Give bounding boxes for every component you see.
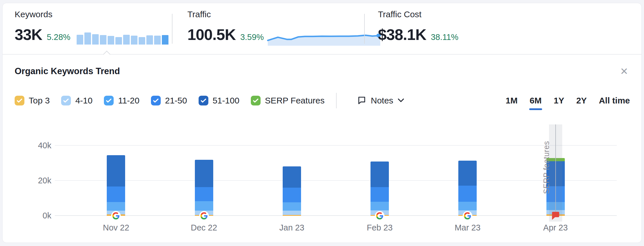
segment-11-20: [371, 202, 389, 211]
segment-21-50: [371, 187, 389, 202]
google-icon[interactable]: [199, 211, 209, 221]
y-axis-label: 20k: [15, 176, 51, 185]
segment-21-50: [283, 188, 301, 202]
segment-11-20: [107, 202, 125, 211]
traffic-value-row: 100.5K 3.59%: [187, 22, 364, 42]
filter-top-3-label: Top 3: [29, 96, 50, 105]
segment-51-100: [107, 155, 125, 187]
filter-serp-features[interactable]: SERP Features: [251, 96, 325, 105]
close-button[interactable]: ✕: [618, 66, 630, 76]
metric-keywords[interactable]: Keywords 33K 5.28%: [15, 3, 172, 54]
time-range-1m[interactable]: 1M: [506, 96, 518, 105]
x-axis-label: Mar 23: [436, 223, 499, 232]
x-axis-label: Feb 23: [348, 223, 411, 232]
sparkline-bar: [123, 35, 130, 45]
keywords-sparkline: [77, 32, 168, 45]
segment-11-20: [195, 201, 213, 210]
time-range-1y[interactable]: 1Y: [554, 96, 564, 105]
bar-mar-23[interactable]: [458, 161, 477, 216]
chevron-down-icon: [398, 98, 404, 103]
checkbox-4-10-icon: [61, 96, 71, 105]
note-bubble-icon: [357, 96, 366, 105]
google-icon[interactable]: [375, 211, 385, 221]
sparkline-bar: [77, 35, 83, 45]
keywords-value-row: 33K 5.28%: [15, 22, 172, 42]
bar-jan-23[interactable]: [283, 166, 301, 216]
time-range-6m[interactable]: 6M: [530, 96, 542, 105]
segment-4-10: [283, 211, 301, 215]
filter-21-50-label: 21-50: [165, 96, 187, 105]
segment-11-20: [458, 202, 477, 211]
filter-11-20[interactable]: 11-20: [104, 96, 139, 105]
segment-11-20: [283, 202, 301, 211]
time-range-all-time[interactable]: All time: [599, 96, 630, 105]
gridline-20k: [55, 180, 617, 181]
traffic-cost-label: Traffic Cost: [378, 9, 641, 19]
sparkline-bar: [154, 36, 161, 45]
filter-top-3[interactable]: Top 3: [15, 96, 50, 105]
y-axis-label: 40k: [15, 141, 51, 150]
annotation-label: SERP features: [542, 142, 551, 194]
filter-4-10-label: 4-10: [75, 96, 92, 105]
annotation-vertical-line: [555, 124, 556, 212]
segment-top-3: [283, 215, 301, 216]
sparkline-bar: [139, 37, 145, 45]
sparkline-bar: [84, 32, 91, 45]
segment-51-100: [195, 160, 213, 187]
filter-divider: [336, 93, 337, 108]
keywords-change: 5.28%: [47, 33, 70, 41]
page: Keywords 33K 5.28% Traffic 100.5K 3.59% …: [0, 0, 644, 246]
sparkline-bar: [146, 35, 153, 45]
filter-serp-features-label: SERP Features: [265, 96, 325, 105]
gridline-40k: [55, 145, 617, 146]
x-axis-label: Apr 23: [524, 223, 587, 232]
organic-keywords-trend-panel: Organic Keywords Trend ✕ Top 3 4-10 11-2…: [3, 55, 641, 242]
checkbox-serp-features-icon: [251, 96, 261, 105]
filter-21-50[interactable]: 21-50: [151, 96, 187, 105]
metrics-row: Keywords 33K 5.28% Traffic 100.5K 3.59% …: [3, 3, 641, 54]
note-flag-icon[interactable]: [552, 212, 559, 220]
checkbox-51-100-icon: [199, 96, 208, 105]
checkbox-21-50-icon: [151, 96, 161, 105]
filter-51-100[interactable]: 51-100: [199, 96, 239, 105]
segment-51-100: [283, 166, 301, 188]
filter-11-20-label: 11-20: [118, 96, 139, 105]
bar-feb-23[interactable]: [371, 162, 389, 216]
sparkline-bar: [131, 36, 137, 45]
traffic-cost-change: 38.11%: [431, 33, 458, 41]
time-range-2y[interactable]: 2Y: [576, 96, 587, 105]
filter-4-10[interactable]: 4-10: [61, 96, 92, 105]
segment-51-100: [371, 162, 389, 187]
notes-button[interactable]: Notes: [357, 96, 404, 105]
google-icon[interactable]: [111, 211, 121, 221]
traffic-sparkline: [268, 32, 380, 46]
x-axis-label: Nov 22: [84, 223, 148, 232]
sparkline-bar: [100, 35, 106, 45]
sparkline-bar: [108, 36, 114, 45]
traffic-value: 100.5K: [187, 27, 236, 42]
segment-21-50: [107, 187, 125, 202]
sparkline-bar: [162, 35, 168, 45]
segment-51-100: [458, 161, 477, 186]
google-icon[interactable]: [463, 211, 472, 221]
sparkline-bar: [115, 37, 122, 45]
metric-traffic-cost[interactable]: Traffic Cost $38.1K 38.11%: [365, 3, 641, 54]
filter-row: Top 3 4-10 11-20 21-50 51-100: [15, 93, 630, 108]
traffic-cost-value: $38.1K: [378, 27, 426, 42]
x-axis-label: Jan 23: [260, 223, 323, 232]
plot-area: Nov 22 Dec 22 Jan 23Feb 23 Mar 23 Apr 23…: [55, 118, 617, 216]
bar-dec-22[interactable]: [195, 160, 213, 216]
y-axis-label: 0k: [15, 211, 51, 220]
bar-nov-22[interactable]: [107, 155, 125, 216]
gridline-0k: [55, 215, 617, 216]
checkbox-top-3-icon: [15, 96, 24, 105]
panel-title: Organic Keywords Trend: [15, 66, 120, 76]
segment-21-50: [458, 186, 477, 202]
domain-overview-card: Keywords 33K 5.28% Traffic 100.5K 3.59% …: [2, 3, 642, 243]
metrics-bottom-divider: [3, 54, 641, 55]
keywords-label: Keywords: [15, 9, 172, 19]
metric-traffic[interactable]: Traffic 100.5K 3.59%: [172, 3, 364, 54]
panel-header: Organic Keywords Trend ✕: [15, 55, 630, 76]
filter-51-100-label: 51-100: [213, 96, 239, 105]
segment-21-50: [195, 187, 213, 201]
